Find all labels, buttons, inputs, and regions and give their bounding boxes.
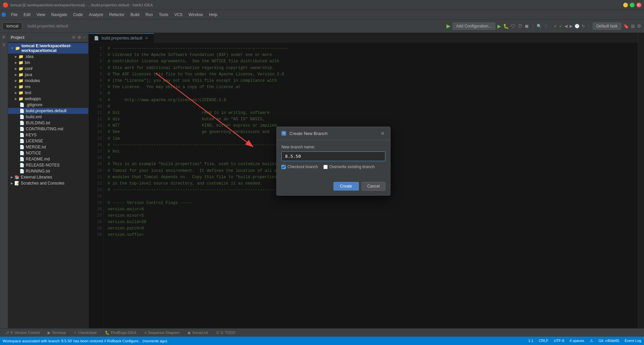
- menu-vcs[interactable]: VCS: [172, 11, 185, 18]
- bottom-tab-todo[interactable]: ☑ 6: TODO: [213, 330, 239, 336]
- branch-name-input[interactable]: [281, 151, 385, 161]
- tree-item-building[interactable]: 📄 BUILDING.txt: [8, 120, 88, 126]
- menu-view[interactable]: View: [34, 11, 48, 18]
- file-icon: 📄: [19, 127, 24, 131]
- maximize-button[interactable]: □: [630, 3, 635, 7]
- window-controls: ─ □ ✕: [623, 3, 641, 7]
- coverage-icon[interactable]: 🛡: [511, 23, 516, 29]
- overwrite-branch-checkbox[interactable]: [323, 165, 328, 169]
- app-icon: 🔴: [3, 2, 8, 8]
- tree-item-build-xml[interactable]: 📄 build.xml: [8, 114, 88, 120]
- sync-icon[interactable]: ⟳: [72, 35, 75, 40]
- menu-code[interactable]: Code: [70, 11, 86, 18]
- tree-item-build-properties[interactable]: 📄 build.properties.default: [8, 108, 88, 114]
- run-icon[interactable]: ▶: [497, 23, 501, 29]
- bottom-tab-checkstyle[interactable]: ✓ CheckStyle: [70, 330, 100, 336]
- menu-file[interactable]: File: [8, 11, 20, 18]
- default-task-button[interactable]: Default task: [593, 22, 621, 30]
- forward-icon[interactable]: ▶: [570, 24, 573, 28]
- menu-build[interactable]: Build: [128, 11, 142, 18]
- profile-icon[interactable]: ⏱: [518, 23, 522, 29]
- tree-item-gitignore[interactable]: 📄 .gitignore: [8, 102, 88, 108]
- tree-item-scratches[interactable]: ▶ 📝 Scratches and Consoles: [8, 180, 88, 186]
- tree-item-modules[interactable]: ▶ 📁 modules: [8, 78, 88, 84]
- tree-item-keys[interactable]: 📄 KEYS: [8, 132, 88, 138]
- find-icon[interactable]: 🔍: [537, 24, 542, 28]
- tree-item-running[interactable]: 📄 RUNNING.txt: [8, 168, 88, 174]
- refresh-icon[interactable]: ↻: [582, 24, 585, 28]
- app-logo: 🔵: [1, 12, 6, 17]
- bottom-tab-terminal[interactable]: ▶ Terminal: [44, 330, 69, 336]
- checkout-branch-checkbox[interactable]: [281, 165, 286, 169]
- tree-item-release-notes[interactable]: 📄 RELEASE-NOTES: [8, 162, 88, 168]
- checkout-branch-checkbox-item[interactable]: Checkout branch: [281, 164, 318, 169]
- bottom-tab-findbugs[interactable]: 🐛 FindBugs-IDEA: [102, 330, 140, 336]
- overwrite-branch-checkbox-item[interactable]: Overwrite existing branch: [323, 164, 375, 169]
- menu-refactor[interactable]: Refactor: [107, 11, 127, 18]
- menu-analyze[interactable]: Analyze: [86, 11, 106, 18]
- editor-area: 📄 build.properties.default ✕ 12345 67891…: [89, 33, 638, 328]
- menu-tools[interactable]: Tools: [156, 11, 171, 18]
- title-bar: 🔴 tomcat [E:\workspace\test-workspace\to…: [0, 0, 644, 10]
- bottom-tab-vcs[interactable]: ⎇ 9: Version Control: [1, 330, 43, 336]
- indent-info[interactable]: 4 spaces: [570, 339, 584, 343]
- tree-item-webapps[interactable]: ▶ 📁 webapps: [8, 96, 88, 102]
- settings-icon[interactable]: ⚙: [637, 23, 641, 29]
- menu-help[interactable]: Help: [206, 11, 220, 18]
- tree-item-test[interactable]: ▶ 📁 test: [8, 90, 88, 96]
- recent-icon[interactable]: 🕐: [575, 24, 580, 28]
- main-layout: P V Project ⟳ ⚙ − ▼ 📁 tomcat E:\workspac…: [0, 33, 644, 328]
- tree-root-tomcat[interactable]: ▼ 📁 tomcat E:\workspace\test-workspace\t…: [8, 43, 88, 54]
- project-icon[interactable]: P: [1, 34, 7, 41]
- tree-item-idea[interactable]: ▶ 📁 .idea: [8, 54, 88, 60]
- cancel-button[interactable]: Cancel: [362, 182, 385, 191]
- tree-item-notice[interactable]: 📄 NOTICE: [8, 150, 88, 156]
- layout-icon[interactable]: ⊞: [631, 23, 635, 29]
- menu-window[interactable]: Window: [186, 11, 206, 18]
- bookmark-icon[interactable]: 🔖: [623, 23, 629, 29]
- bottom-tab-sonar[interactable]: ◉ SonarLint: [184, 330, 211, 336]
- tree-item-res[interactable]: ▶ 📁 res: [8, 84, 88, 90]
- green-arrow-icon[interactable]: ▶: [446, 23, 450, 29]
- tree-item-label: RUNNING.txt: [26, 169, 50, 174]
- event-log[interactable]: Event Log: [625, 339, 641, 343]
- dialog-close-button[interactable]: ✕: [379, 130, 385, 136]
- tree-item-bin[interactable]: ▶ 📁 bin: [8, 60, 88, 66]
- tree-item-label: .idea: [25, 54, 34, 59]
- line-ending[interactable]: CRLF: [539, 339, 548, 343]
- file-tab[interactable]: build.properties.default: [24, 23, 71, 29]
- add-configuration-button[interactable]: Add Configuration...: [452, 22, 495, 30]
- stop-icon[interactable]: ⏹: [524, 23, 529, 29]
- cursor-position[interactable]: 1:1: [528, 339, 533, 343]
- file-icon: 📄: [19, 163, 24, 167]
- tree-item-java[interactable]: ▶ 📁 java: [8, 72, 88, 78]
- settings-gear-icon[interactable]: ⚙: [77, 35, 81, 40]
- green-check-icon[interactable]: ✓: [559, 24, 562, 28]
- tree-item-license[interactable]: 📄 LICENSE: [8, 138, 88, 144]
- create-branch-button[interactable]: Create: [333, 182, 359, 191]
- minimize-button[interactable]: ─: [623, 3, 628, 7]
- checkmark-icon[interactable]: ✓: [554, 24, 557, 28]
- tree-item-merge[interactable]: 📄 MERGE.txt: [8, 144, 88, 150]
- bottom-tab-sequence[interactable]: ≡ Sequence Diagram: [141, 330, 183, 336]
- tree-item-label: java: [25, 72, 32, 77]
- menu-edit[interactable]: Edit: [21, 11, 33, 18]
- vcs-icon[interactable]: V: [1, 42, 7, 48]
- git-branch[interactable]: Git: c40de65: [598, 339, 619, 343]
- back-icon[interactable]: ◀: [565, 24, 568, 28]
- menu-run[interactable]: Run: [143, 11, 156, 18]
- tree-item-external-libraries[interactable]: ▶ 📚 External Libraries: [8, 174, 88, 180]
- debug-icon[interactable]: 🐛: [503, 23, 509, 29]
- tree-item-conf[interactable]: ▶ 📁 conf: [8, 66, 88, 72]
- tree-item-contributing[interactable]: 📄 CONTRIBUTING.md: [8, 126, 88, 132]
- encoding[interactable]: UTF-8: [554, 339, 564, 343]
- menu-navigate[interactable]: Navigate: [49, 11, 70, 18]
- tree-item-label: webapps: [25, 96, 41, 101]
- branch-name-label: New branch name:: [281, 145, 385, 149]
- tree-item-label: LICENSE: [26, 139, 43, 143]
- collapse-icon[interactable]: −: [83, 35, 86, 40]
- tree-item-readme[interactable]: 📄 README.md: [8, 156, 88, 162]
- close-button[interactable]: ✕: [637, 3, 641, 7]
- dialog-header: G Create New Branch ✕: [277, 127, 390, 140]
- project-tab[interactable]: tomcat: [3, 22, 22, 29]
